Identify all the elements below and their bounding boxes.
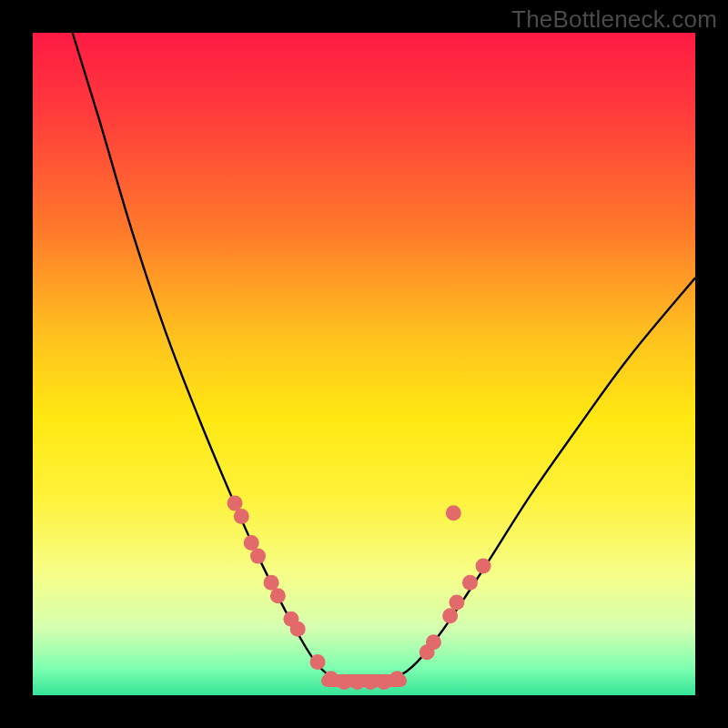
data-dot [449, 595, 464, 611]
chart-frame: TheBottleneck.com [0, 0, 728, 728]
data-dot [426, 634, 441, 650]
bottleneck-chart [0, 0, 728, 728]
data-dot [462, 575, 478, 591]
plot-background [33, 33, 695, 695]
data-dot [234, 509, 249, 524]
data-dot [244, 535, 259, 551]
data-dot [290, 622, 306, 637]
data-dot [442, 608, 458, 623]
watermark-text: TheBottleneck.com [511, 5, 717, 34]
data-dot [264, 575, 279, 591]
data-dot [476, 559, 491, 574]
data-dot [446, 505, 461, 521]
data-dot [270, 588, 286, 603]
data-dot [228, 495, 243, 511]
data-dot [310, 654, 326, 670]
data-dot [250, 549, 266, 564]
